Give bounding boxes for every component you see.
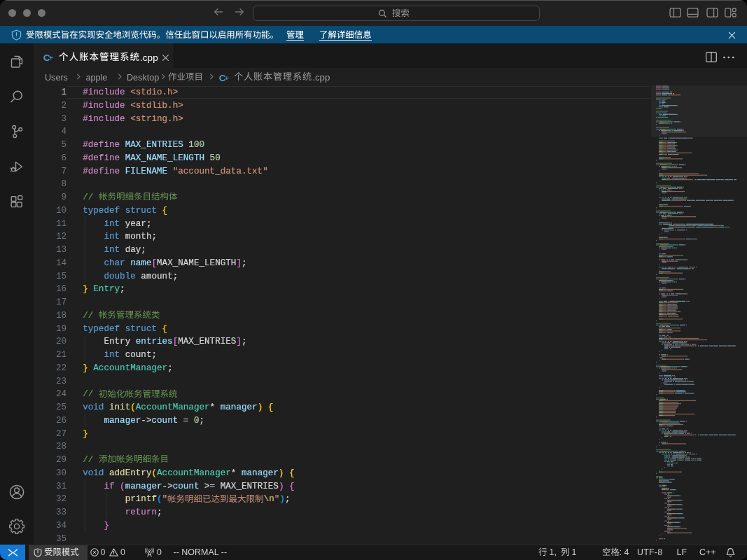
svg-text:+: + (52, 55, 53, 62)
svg-text:+: + (228, 75, 229, 82)
